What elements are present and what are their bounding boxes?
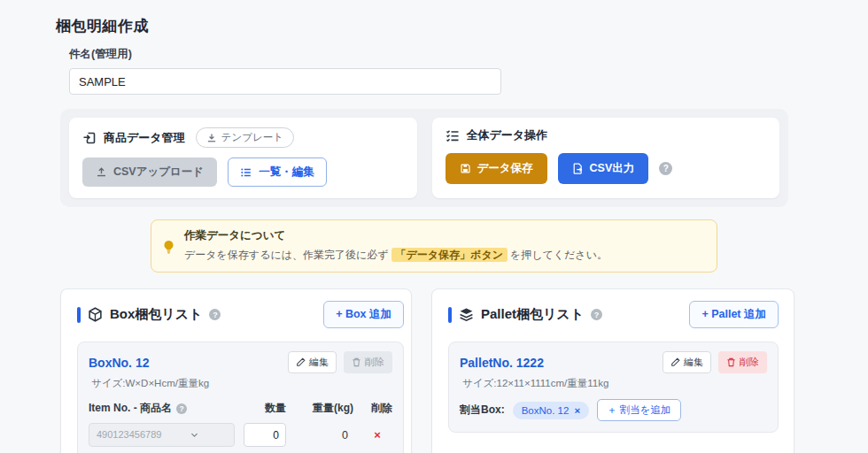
pallet-size: サイズ:12×11×1111cm/重量11kg <box>460 377 767 390</box>
pencil-icon <box>296 357 306 367</box>
cube-icon <box>88 307 103 322</box>
data-save-button[interactable]: データ保存 <box>446 153 547 184</box>
box-edit-button[interactable]: 編集 <box>288 351 337 373</box>
global-panel-title: 全体データ操作 <box>467 127 548 143</box>
assigned-box-chip-label: BoxNo. 12 <box>522 405 570 416</box>
layers-icon <box>459 307 474 322</box>
notice-highlight: 「データ保存」ボタン <box>391 248 508 262</box>
work-data-notice: 作業データについて データを保存するには、作業完了後に必ず「データ保存」ボタンを… <box>151 219 717 273</box>
data-save-label: データ保存 <box>477 161 533 176</box>
file-export-icon <box>572 163 584 174</box>
add-assignment-button[interactable]: ＋ 割当を追加 <box>597 399 680 421</box>
template-button-label: テンプレート <box>221 131 283 144</box>
accent-bar <box>448 307 452 323</box>
subject-input[interactable] <box>69 68 501 95</box>
qty-input[interactable] <box>244 423 286 447</box>
pencil-icon <box>670 357 680 367</box>
pallet-delete-button[interactable]: 削除 <box>718 351 767 373</box>
product-data-panel: 商品データ管理 テンプレート CSVアップロード <box>69 118 417 198</box>
assigned-box-chip: BoxNo. 12 × <box>513 402 589 419</box>
notice-text-before: データを保存するには、作業完了後に必ず <box>184 249 389 261</box>
notice-text: データを保存するには、作業完了後に必ず「データ保存」ボタンを押してください。 <box>184 248 704 263</box>
qty-col-header: 数量 <box>244 401 286 416</box>
box-list-title: Box梱包リスト <box>110 306 202 323</box>
csv-export-label: CSV出力 <box>590 161 635 176</box>
download-icon <box>206 133 217 143</box>
box-delete-button[interactable]: 削除 <box>344 351 392 373</box>
trash-icon <box>352 357 361 367</box>
box-edit-label: 編集 <box>309 356 329 369</box>
list-icon <box>240 166 252 179</box>
lightbulb-icon <box>162 231 175 263</box>
row-weight: 0 <box>295 429 353 441</box>
pallet-card: PalletNo. 1222 編集 削除 サイズ:12×11×11 <box>448 342 779 433</box>
pallet-number: PalletNo. 1222 <box>460 356 544 370</box>
template-button[interactable]: テンプレート <box>196 127 294 148</box>
subject-label: 件名(管理用) <box>69 47 868 62</box>
item-select-value: 4901234567891 - 商品B <box>97 428 162 441</box>
box-item-table: Item No. - 商品名 ? 数量 重量(kg) 削除 4901234567… <box>89 401 392 453</box>
delete-col-header: 削除 <box>362 401 392 416</box>
accent-bar <box>77 307 81 323</box>
item-help-icon[interactable]: ? <box>176 403 187 414</box>
box-import-icon <box>82 131 97 145</box>
notice-text-after: を押してください。 <box>510 249 608 261</box>
add-pallet-button[interactable]: + Pallet 追加 <box>689 301 779 328</box>
chip-remove-icon[interactable]: × <box>574 405 580 416</box>
assign-box-row: 割当Box: BoxNo. 12 × ＋ 割当を追加 <box>460 399 767 421</box>
packing-detail-page: 梱包明細作成 件名(管理用) 商品データ管理 テンプレート <box>0 0 868 453</box>
packing-lists: Box梱包リスト ? + Box 追加 BoxNo. 12 編集 <box>60 288 868 453</box>
row-delete-icon[interactable]: × <box>362 428 392 441</box>
item-col-header: Item No. - 商品名 <box>89 401 172 416</box>
weight-col-header: 重量(kg) <box>295 401 353 416</box>
upload-icon <box>96 166 107 178</box>
list-edit-label: 一覧・編集 <box>259 165 314 180</box>
tools-container: 商品データ管理 テンプレート CSVアップロード <box>60 109 788 207</box>
csv-upload-button[interactable]: CSVアップロード <box>82 157 217 187</box>
list-task-icon <box>446 128 460 142</box>
pallet-delete-label: 削除 <box>740 356 759 369</box>
save-icon <box>460 163 471 174</box>
pallet-list-panel: Pallet梱包リスト ? + Pallet 追加 PalletNo. 1222… <box>431 288 794 453</box>
page-title: 梱包明細作成 <box>0 0 868 36</box>
list-edit-button[interactable]: 一覧・編集 <box>228 157 327 187</box>
assign-box-label: 割当Box: <box>460 403 505 418</box>
pallet-edit-button[interactable]: 編集 <box>663 351 711 373</box>
box-list-panel: Box梱包リスト ? + Box 追加 BoxNo. 12 編集 <box>60 288 412 453</box>
pallet-list-help-icon[interactable]: ? <box>591 309 602 320</box>
item-select[interactable]: 4901234567891 - 商品B <box>89 423 235 447</box>
global-data-panel: 全体データ操作 データ保存 CSV出力 ? <box>432 118 780 198</box>
notice-title: 作業データについて <box>184 228 704 243</box>
add-box-button[interactable]: + Box 追加 <box>323 301 404 328</box>
box-card: BoxNo. 12 編集 削除 サイズ:W×D×Hcm/重量kg <box>77 342 404 453</box>
item-row: 4901234567891 - 商品B 0 × <box>89 423 392 447</box>
box-list-help-icon[interactable]: ? <box>209 309 221 320</box>
pallet-edit-label: 編集 <box>684 356 703 369</box>
box-number: BoxNo. 12 <box>89 356 149 370</box>
csv-export-button[interactable]: CSV出力 <box>558 153 649 184</box>
export-help-icon[interactable]: ? <box>659 162 672 175</box>
box-size: サイズ:W×D×Hcm/重量kg <box>89 377 392 390</box>
subject-block: 件名(管理用) <box>69 47 868 95</box>
pallet-list-title: Pallet梱包リスト <box>481 306 584 323</box>
csv-upload-label: CSVアップロード <box>113 165 204 180</box>
box-delete-label: 削除 <box>365 356 384 369</box>
trash-icon <box>726 357 736 367</box>
product-panel-title: 商品データ管理 <box>104 130 185 146</box>
chevron-down-icon <box>162 430 228 440</box>
